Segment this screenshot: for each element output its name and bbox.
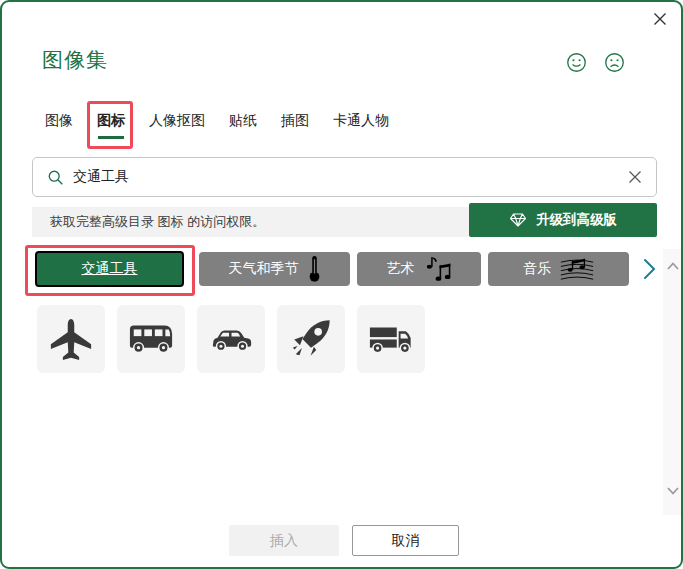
category-music[interactable]: 音乐 bbox=[488, 252, 629, 286]
upgrade-button[interactable]: 升级到高级版 bbox=[469, 203, 657, 237]
category-arts[interactable]: 艺术 bbox=[357, 252, 481, 286]
cancel-button[interactable]: 取消 bbox=[352, 525, 459, 556]
icon-result-truck[interactable] bbox=[357, 305, 425, 373]
music-notes-icon bbox=[424, 255, 452, 283]
page-title: 图像集 bbox=[42, 46, 108, 74]
feedback-icons bbox=[566, 52, 625, 73]
close-icon bbox=[628, 170, 642, 184]
tab-icons-label: 图标 bbox=[97, 112, 125, 128]
chevron-right-icon bbox=[643, 258, 656, 280]
close-icon bbox=[653, 12, 667, 26]
tab-cartoon-people[interactable]: 卡通人物 bbox=[333, 112, 389, 130]
bus-icon bbox=[128, 322, 174, 356]
scroll-up-button[interactable] bbox=[663, 256, 683, 276]
insert-button[interactable]: 插入 bbox=[229, 525, 339, 556]
tab-selected-underline bbox=[98, 136, 124, 139]
search-input[interactable] bbox=[73, 169, 628, 185]
category-label: 交通工具 bbox=[82, 260, 138, 278]
tab-icons[interactable]: 图标 bbox=[97, 112, 125, 130]
search-clear-button[interactable] bbox=[628, 170, 642, 184]
icon-results-grid bbox=[37, 305, 425, 373]
sheet-music-icon bbox=[560, 256, 594, 282]
chevron-down-icon bbox=[667, 487, 679, 495]
car-icon bbox=[208, 325, 254, 353]
gem-icon bbox=[509, 212, 527, 228]
icon-result-rocket[interactable] bbox=[277, 305, 345, 373]
scrollbar[interactable] bbox=[663, 249, 683, 515]
category-weather-seasons[interactable]: 天气和季节 bbox=[199, 252, 350, 286]
tab-bar: 图像 图标 人像抠图 贴纸 插图 卡通人物 bbox=[45, 112, 389, 130]
airplane-icon bbox=[48, 316, 94, 362]
icon-result-airplane[interactable] bbox=[37, 305, 105, 373]
tab-images[interactable]: 图像 bbox=[45, 112, 73, 130]
truck-icon bbox=[368, 323, 414, 355]
happy-face-icon[interactable] bbox=[566, 52, 587, 73]
scroll-down-button[interactable] bbox=[663, 481, 683, 501]
category-label: 艺术 bbox=[387, 260, 415, 278]
icon-result-car[interactable] bbox=[197, 305, 265, 373]
sad-face-icon[interactable] bbox=[604, 52, 625, 73]
premium-banner-text: 获取完整高级目录 图标 的访问权限。 bbox=[32, 213, 265, 231]
stock-images-dialog: 图像集 图像 图标 人像抠图 贴纸 插图 卡通人物 bbox=[0, 0, 683, 569]
category-label: 天气和季节 bbox=[229, 260, 299, 278]
tab-stickers[interactable]: 贴纸 bbox=[229, 112, 257, 130]
rocket-icon bbox=[288, 316, 334, 362]
icon-result-bus[interactable] bbox=[117, 305, 185, 373]
chevron-up-icon bbox=[667, 262, 679, 270]
upgrade-button-label: 升级到高级版 bbox=[536, 211, 617, 229]
tab-illustrations[interactable]: 插图 bbox=[281, 112, 309, 130]
thermometer-icon bbox=[308, 255, 321, 283]
next-categories-button[interactable] bbox=[639, 257, 659, 281]
category-label: 音乐 bbox=[523, 260, 551, 278]
tab-cutout-people[interactable]: 人像抠图 bbox=[149, 112, 205, 130]
close-button[interactable] bbox=[651, 10, 669, 28]
search-icon bbox=[47, 169, 64, 186]
category-transportation[interactable]: 交通工具 bbox=[35, 251, 184, 287]
search-box[interactable] bbox=[32, 157, 657, 197]
